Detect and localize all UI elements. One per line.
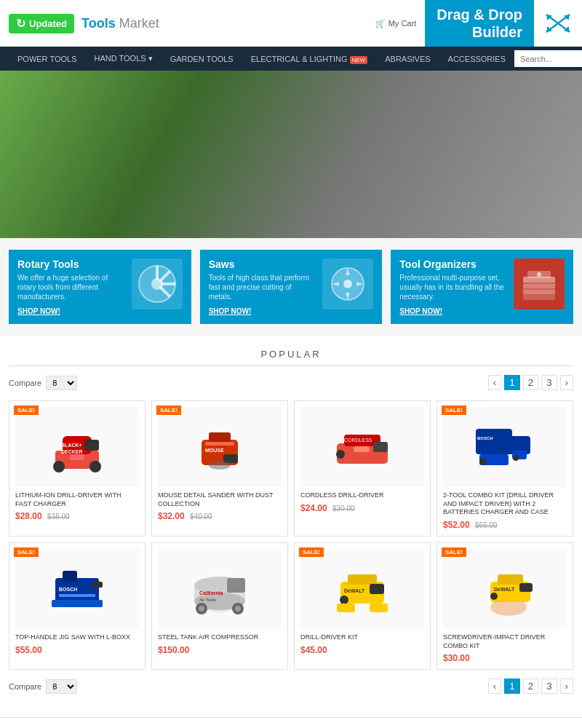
- product-name-p4: 2-TOOL COMBO KIT (DRILL DRIVER AND IMPAC…: [443, 491, 567, 517]
- product-p4[interactable]: SALE! BOSCH 2-TOOL COMBO KIT (DRILL DRIV…: [436, 400, 573, 537]
- pagination-top: ‹ 1 2 3 ›: [488, 375, 573, 390]
- logo[interactable]: Tools Market: [81, 16, 159, 31]
- product-price-p8: $30.00: [443, 653, 567, 663]
- nav-abrasives[interactable]: ABRASIVES: [376, 47, 439, 71]
- product-price-p1: $28.00 $35.00: [15, 511, 139, 521]
- hero-background: [0, 71, 582, 238]
- cat-saws-title: Saws: [209, 258, 317, 270]
- next-page-button[interactable]: ›: [560, 375, 573, 390]
- svg-point-54: [89, 461, 101, 472]
- product-p7[interactable]: SALE! DeWALT DRILL-DRIVER KIT $45.00: [294, 542, 431, 670]
- product-price-p6: $150.00: [158, 645, 282, 655]
- svg-text:Air Tools: Air Tools: [199, 598, 216, 602]
- cat-organizers-shop-now[interactable]: SHOP NOW!: [399, 307, 508, 315]
- compare-select-bottom[interactable]: 8412: [46, 679, 77, 694]
- product-p2[interactable]: SALE! MOUSE MOUSE DETAIL SANDER WITH DUS…: [151, 400, 288, 537]
- compare-area-bottom: Compare 8412: [9, 679, 77, 694]
- svg-text:DeWALT: DeWALT: [494, 587, 515, 592]
- cat-rotary-desc: We offer a huge selection of rotary tool…: [17, 273, 126, 301]
- popular-header: POPULAR: [9, 343, 573, 366]
- svg-rect-36: [161, 282, 175, 285]
- nav-electrical[interactable]: ELECTRICAL & LIGHTINGNEW: [242, 47, 377, 71]
- page-2-bottom-button[interactable]: 2: [523, 678, 538, 694]
- drag-drop-line2: Builder: [436, 23, 522, 41]
- cat-organizers-title: Tool Organizers: [399, 258, 508, 270]
- cat-organizers[interactable]: Tool Organizers Professional multi-purpo…: [391, 250, 573, 324]
- nav-accessories[interactable]: ACCESSORIES: [439, 47, 514, 71]
- cat-saws-shop-now[interactable]: SHOP NOW!: [209, 307, 317, 315]
- page-2-button[interactable]: 2: [523, 375, 538, 390]
- header-left: ↻ Updated Tools Market 🛒 My Cart: [0, 0, 425, 47]
- prev-page-bottom-button[interactable]: ‹: [488, 678, 501, 694]
- svg-rect-104: [519, 583, 533, 592]
- product-name-p5: TOP-HANDLE JIG SAW WITH L-BOXX: [15, 633, 139, 642]
- svg-text:California: California: [199, 590, 223, 596]
- cat-rotary-title: Rotary Tools: [17, 258, 126, 270]
- footer-info: 🚚 Free Shipping We offer free transporta…: [0, 717, 582, 728]
- popular-section: POPULAR Compare 8412 ‹ 1 2 3 › SALE!: [0, 336, 582, 711]
- cat-rotary-shop-now[interactable]: SHOP NOW!: [17, 307, 126, 315]
- old-price-p4: $65.00: [475, 521, 498, 529]
- product-p5[interactable]: SALE! BOSCH TOP-HANDLE JIG SAW WITH L-BO…: [9, 542, 146, 670]
- search-input[interactable]: [514, 50, 582, 67]
- page-1-button[interactable]: 1: [504, 375, 519, 390]
- product-p1[interactable]: SALE! BLACK+ DECKER LITHIUM-ION DRILL-DR…: [9, 400, 146, 537]
- svg-text:DeWALT: DeWALT: [344, 588, 365, 593]
- compare-label: Compare: [9, 379, 41, 387]
- product-p8[interactable]: SALE! DeWALT SCREWDRIVER-IMPACT DRIVER C…: [436, 542, 573, 670]
- product-price-p4: $52.00 $65.00: [443, 520, 567, 530]
- updated-badge: ↻ Updated: [9, 14, 74, 33]
- cat-saws[interactable]: Saws Tools of high class that perform fa…: [200, 250, 383, 324]
- svg-text:BOSCH: BOSCH: [59, 587, 77, 592]
- page-1-bottom-button[interactable]: 1: [504, 678, 519, 694]
- product-price-p3: $24.00 $30.00: [300, 503, 424, 513]
- compare-select[interactable]: 8412: [46, 376, 77, 390]
- section-controls-bottom: Compare 8412 ‹ 1 2 3 ›: [9, 676, 573, 697]
- svg-rect-78: [63, 571, 77, 582]
- current-price-p5: $55.00: [15, 645, 42, 655]
- svg-text:BOSCH: BOSCH: [477, 436, 493, 440]
- svg-rect-95: [348, 574, 377, 585]
- current-price-p1: $28.00: [15, 511, 42, 521]
- product-p3[interactable]: CORDLESS CORDLESS DRILL-DRIVER $24.00 $3…: [294, 400, 431, 537]
- svg-point-67: [336, 450, 345, 459]
- product-p6[interactable]: California Air Tools STEEL TANK AIR COMP…: [151, 542, 288, 670]
- page-3-bottom-button[interactable]: 3: [541, 678, 557, 694]
- page-3-button[interactable]: 3: [541, 375, 557, 390]
- nav-power-tools[interactable]: POWER TOOLS: [9, 47, 86, 71]
- nav-hand-tools[interactable]: HAND TOOLS ▾: [86, 47, 162, 71]
- product-name-p7: DRILL-DRIVER KIT: [300, 633, 424, 642]
- current-price-p6: $150.00: [158, 645, 189, 655]
- svg-point-39: [343, 280, 352, 288]
- svg-point-97: [340, 596, 348, 604]
- hero-banner: STIHL: [0, 71, 582, 238]
- product-name-p8: SCREWDRIVER-IMPACT DRIVER COMBO KIT: [443, 633, 567, 650]
- sale-badge-p2: SALE!: [156, 405, 181, 415]
- next-page-bottom-button[interactable]: ›: [560, 678, 573, 694]
- product-name-p1: LITHIUM-ION DRILL-DRIVER WITH FAST CHARG…: [15, 491, 139, 508]
- cat-saws-desc: Tools of high class that perform fast an…: [209, 273, 317, 301]
- svg-point-75: [479, 458, 487, 465]
- product-image-p8: DeWALT: [443, 549, 567, 629]
- cart-area[interactable]: 🛒 My Cart: [375, 19, 417, 28]
- pagination-bottom: ‹ 1 2 3 ›: [488, 678, 573, 694]
- sale-badge-p5: SALE!: [14, 547, 39, 557]
- svg-point-61: [209, 461, 231, 470]
- svg-rect-59: [209, 432, 231, 443]
- svg-rect-103: [498, 574, 523, 585]
- cat-saws-image: [322, 258, 373, 309]
- cat-organizers-desc: Professional multi-purpose set, usually …: [399, 273, 508, 301]
- current-price-p7: $45.00: [300, 645, 327, 655]
- svg-rect-96: [370, 584, 384, 594]
- nav-garden-tools[interactable]: GARDEN TOOLS: [162, 47, 242, 71]
- compare-area: Compare 8412: [9, 376, 77, 390]
- drag-drop-arrows-box: [534, 0, 582, 47]
- drag-drop-banner: Drag & Drop Builder: [425, 0, 534, 47]
- prev-page-button[interactable]: ‹: [488, 375, 501, 390]
- cart-icon: 🛒: [375, 19, 386, 28]
- svg-text:CORDLESS: CORDLESS: [344, 438, 372, 443]
- cat-rotary[interactable]: Rotary Tools We offer a huge selection o…: [9, 250, 191, 324]
- svg-point-92: [235, 606, 241, 612]
- logo-tools: Tools: [81, 16, 116, 31]
- product-image-p2: MOUSE: [158, 407, 282, 487]
